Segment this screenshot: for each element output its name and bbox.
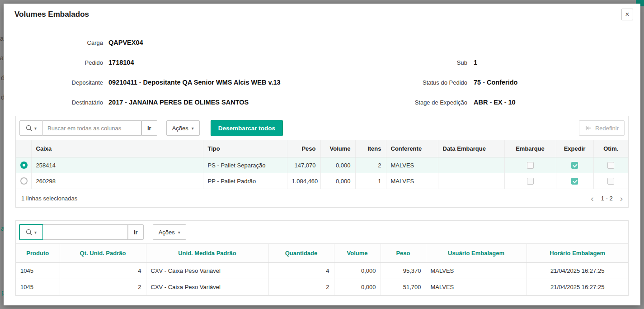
- otim-checkbox[interactable]: [607, 162, 614, 169]
- column-header-unid-medida-padrao[interactable]: Unid. Medida Padrão: [146, 244, 268, 263]
- redefinir-button[interactable]: Redefinir: [579, 120, 625, 136]
- form-row-depositante: Depositante 09210411 - Depositante QA Se…: [4, 72, 640, 92]
- cell-caixa: 260298: [31, 173, 203, 189]
- cell-produto: 1045: [16, 263, 60, 279]
- volumes-table: Caixa Tipo Peso Volume Itens Conferente …: [16, 140, 628, 189]
- embarque-checkbox[interactable]: [527, 162, 534, 169]
- column-header-caixa[interactable]: Caixa: [31, 140, 203, 157]
- column-header-usuario-embalagem[interactable]: Usuário Embalagem: [426, 244, 526, 263]
- form-row-carga: Carga QAPVEX04: [4, 33, 640, 52]
- table-row[interactable]: 258414 PS - Pallet Separação 147,070 0,0…: [16, 157, 628, 173]
- cell-peso: 1.084,460: [287, 173, 320, 189]
- column-header-embarque[interactable]: Embarque: [504, 140, 556, 157]
- cell-tipo: PP - Pallet Padrão: [203, 173, 287, 189]
- otim-checkbox[interactable]: [607, 178, 614, 185]
- column-header-produto[interactable]: Produto: [16, 244, 60, 263]
- cell-peso: 147,070: [287, 157, 320, 173]
- stage-expedicao-value: ABR - EX - 10: [474, 99, 516, 106]
- cell-quantidade: 2: [268, 279, 334, 295]
- sub-value: 1: [474, 59, 477, 66]
- column-header-itens[interactable]: Itens: [355, 140, 386, 157]
- stage-expedicao-label: Stage de Expedição: [406, 99, 474, 106]
- previous-page-icon[interactable]: ‹: [591, 194, 593, 203]
- row-select-radio[interactable]: [20, 162, 28, 169]
- column-header-volume[interactable]: Volume: [320, 140, 355, 157]
- close-button[interactable]: ×: [621, 9, 633, 20]
- cell-conferente: MALVES: [386, 173, 438, 189]
- redefinir-label: Redefinir: [595, 125, 619, 132]
- cell-produto: 1045: [16, 279, 60, 295]
- cell-volume: 0,000: [334, 263, 381, 279]
- column-header-expedir[interactable]: Expedir: [556, 140, 593, 157]
- sub-label: Sub: [406, 59, 474, 66]
- cell-unid-medida-padrao: CXV - Caixa Peso Variável: [146, 263, 268, 279]
- column-header-conferente[interactable]: Conferente: [386, 140, 438, 157]
- cell-peso: 95,370: [381, 263, 426, 279]
- cell-qt-unid-padrao: 4: [60, 263, 146, 279]
- cell-conferente: MALVES: [386, 157, 438, 173]
- column-header-otim[interactable]: Otim.: [593, 140, 628, 157]
- actions-button[interactable]: Ações ▾: [153, 224, 186, 240]
- pedido-label: Pedido: [4, 59, 108, 66]
- status-pedido-label: Status do Pedido: [406, 79, 474, 86]
- cell-usuario-embalagem: MALVES: [426, 279, 526, 295]
- row-select-radio[interactable]: [20, 177, 28, 185]
- search-column-select-button[interactable]: ▾: [19, 120, 43, 136]
- cell-horario-embalagem: 21/04/2025 16:27:25: [526, 263, 628, 279]
- volumes-embalados-dialog: Volumes Embalados × Carga QAPVEX04 Pedid…: [4, 4, 640, 305]
- column-header-quantidade[interactable]: Quantidade: [268, 244, 334, 263]
- search-input[interactable]: [43, 224, 128, 240]
- dialog-title: Volumes Embalados: [14, 10, 89, 19]
- column-header-peso[interactable]: Peso: [381, 244, 426, 263]
- search-input[interactable]: [43, 120, 141, 136]
- itens-grid-region: ▾ Ir Ações ▾ Produto Qt. Unid. Padrão Un…: [15, 220, 629, 296]
- column-header-peso[interactable]: Peso: [287, 140, 320, 157]
- cell-volume: 0,000: [320, 157, 355, 173]
- column-header-qt-unid-padrao[interactable]: Qt. Unid. Padrão: [60, 244, 146, 263]
- volumes-grid-region: ▾ Ir Ações ▾ Desembarcar todos Redefinir: [15, 116, 629, 208]
- selection-count-text: 1 linhas selecionadas: [21, 195, 77, 202]
- search-icon: [26, 229, 33, 236]
- form-row-destinatario: Destinatário 2017 - JANAINA PERES DE OLI…: [4, 92, 640, 112]
- carga-value: QAPVEX04: [108, 39, 143, 46]
- column-header-tipo[interactable]: Tipo: [203, 140, 287, 157]
- next-page-icon[interactable]: ›: [620, 194, 623, 203]
- cell-unid-medida-padrao: CXV - Caixa Peso Variável: [146, 279, 268, 295]
- cell-usuario-embalagem: MALVES: [426, 263, 526, 279]
- table-row[interactable]: 260298 PP - Pallet Padrão 1.084,460 0,00…: [16, 173, 628, 189]
- close-icon: ×: [625, 10, 629, 19]
- dialog-header: Volumes Embalados ×: [4, 4, 640, 25]
- go-button[interactable]: Ir: [128, 224, 144, 240]
- depositante-value: 09210411 - Depositante QA Senior WMS Alc…: [108, 79, 281, 86]
- cell-qt-unid-padrao: 2: [60, 279, 146, 295]
- page-range-text: 1 - 2: [601, 195, 613, 202]
- actions-button[interactable]: Ações ▾: [166, 120, 200, 136]
- actions-label: Ações: [172, 125, 188, 132]
- go-button[interactable]: Ir: [141, 120, 157, 136]
- search-column-select-button[interactable]: ▾: [19, 224, 43, 240]
- desembarcar-todos-button[interactable]: Desembarcar todos: [211, 120, 283, 136]
- embarque-checkbox[interactable]: [527, 178, 534, 185]
- column-header-volume[interactable]: Volume: [334, 244, 381, 263]
- cell-volume: 0,000: [320, 173, 355, 189]
- destinatario-value: 2017 - JANAINA PERES DE OLIMES SANTOS: [108, 99, 249, 106]
- order-info-form: Carga QAPVEX04 Pedido 1718104 Sub 1 Depo…: [4, 25, 640, 116]
- column-header-horario-embalagem[interactable]: Horário Embalagem: [526, 244, 628, 263]
- column-header-data-embarque[interactable]: Data Embarque: [438, 140, 504, 157]
- cell-volume: 0,000: [334, 279, 381, 295]
- itens-grid-toolbar: ▾ Ir Ações ▾: [16, 221, 628, 243]
- expedir-checkbox[interactable]: [571, 162, 578, 169]
- table-row[interactable]: 1045 2 CXV - Caixa Peso Variável 2 0,000…: [16, 279, 628, 295]
- search-icon: [26, 125, 33, 132]
- volumes-grid-footer: 1 linhas selecionadas ‹ 1 - 2 ›: [16, 189, 628, 207]
- pedido-value: 1718104: [108, 59, 134, 66]
- cell-data-embarque: [438, 173, 504, 189]
- volumes-header-row: Caixa Tipo Peso Volume Itens Conferente …: [16, 140, 628, 157]
- table-row[interactable]: 1045 4 CXV - Caixa Peso Variável 4 0,000…: [16, 263, 628, 279]
- expedir-checkbox[interactable]: [571, 178, 578, 185]
- chevron-down-icon: ▾: [178, 230, 180, 235]
- reset-icon: [585, 125, 592, 131]
- cell-tipo: PS - Pallet Separação: [203, 157, 287, 173]
- actions-label: Ações: [159, 229, 175, 236]
- itens-table: Produto Qt. Unid. Padrão Unid. Medida Pa…: [16, 243, 628, 295]
